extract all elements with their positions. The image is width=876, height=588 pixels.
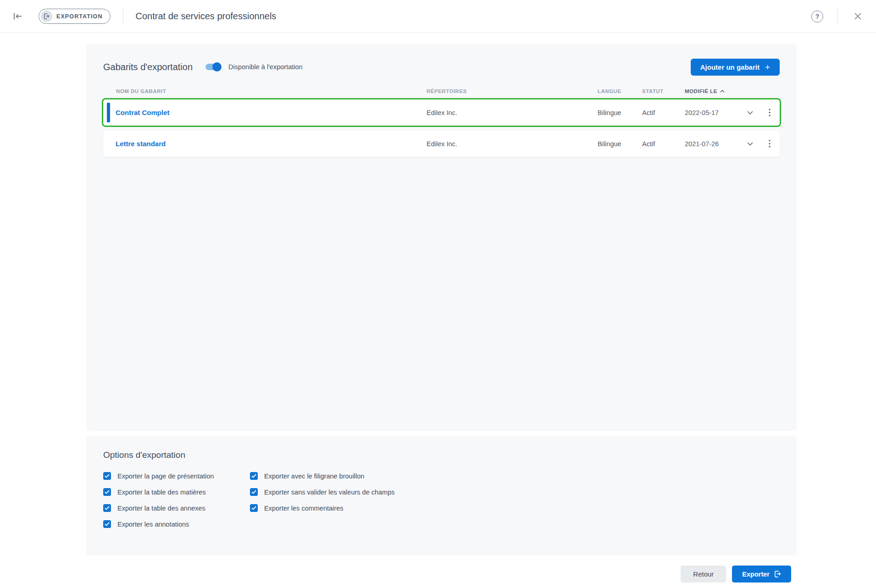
plus-icon: + [765, 63, 770, 71]
option-commentaires[interactable]: Exporter les commentaires [250, 503, 780, 513]
option-label: Exporter les annotations [117, 521, 189, 528]
options-column-right: Exporter avec le filigrane brouillon Exp… [250, 471, 780, 513]
column-header-langue[interactable]: LANGUE [598, 88, 642, 94]
column-header-modifie-le[interactable]: MODIFIÉ LE [685, 88, 741, 94]
collapse-left-icon[interactable] [11, 10, 24, 23]
export-templates-panel: Gabarits d'exportation Disponible à l'ex… [86, 44, 797, 431]
template-name-link[interactable]: Contrat Complet [103, 109, 427, 116]
export-options-panel: Options d'exportation Exporter la page d… [86, 436, 797, 555]
option-label: Exporter la page de présentation [117, 473, 214, 480]
toggle-label: Disponible à l'exportation [228, 63, 303, 71]
kebab-menu-icon[interactable] [759, 99, 780, 126]
template-langue: Bilingue [598, 140, 642, 148]
option-label: Exporter avec le filigrane brouillon [264, 473, 364, 480]
column-header-statut[interactable]: STATUT [642, 88, 685, 94]
templates-table-header: NOM DU GABARIT RÉPERTOIRES LANGUE STATUT… [103, 88, 780, 99]
template-name-link[interactable]: Lettre standard [103, 140, 427, 148]
option-table-matieres[interactable]: Exporter la table des matières [103, 487, 250, 497]
option-annotations[interactable]: Exporter les annotations [103, 519, 250, 529]
template-repertoire: Edilex Inc. [427, 140, 598, 148]
table-row-lettre-standard[interactable]: Lettre standard Edilex Inc. Bilingue Act… [103, 131, 780, 157]
template-repertoire: Edilex Inc. [427, 109, 598, 116]
checkbox-icon[interactable] [250, 504, 258, 512]
templates-table-body: Contrat Complet Edilex Inc. Bilingue Act… [103, 99, 780, 157]
exportation-badge: EXPORTATION [39, 9, 111, 24]
badge-label: EXPORTATION [56, 13, 103, 20]
checkbox-icon[interactable] [250, 472, 258, 480]
option-page-presentation[interactable]: Exporter la page de présentation [103, 471, 250, 481]
checkbox-icon[interactable] [103, 520, 111, 528]
column-header-name[interactable]: NOM DU GABARIT [103, 88, 427, 94]
kebab-menu-icon[interactable] [759, 131, 780, 157]
option-label: Exporter la table des annexes [117, 505, 205, 512]
checkbox-icon[interactable] [103, 488, 111, 496]
topbar-divider [123, 8, 123, 25]
option-label: Exporter les commentaires [264, 505, 343, 512]
template-statut: Actif [642, 140, 685, 148]
modifie-le-label: MODIFIÉ LE [685, 88, 717, 94]
available-for-export-toggle[interactable] [205, 62, 222, 71]
footer-actions: Retour Exporter [0, 555, 876, 583]
help-icon[interactable]: ? [811, 11, 823, 22]
topbar-right-divider [837, 8, 837, 25]
add-template-label: Ajouter un gabarit [700, 63, 760, 71]
template-modifie-le: 2022-05-17 [685, 109, 741, 116]
options-column-left: Exporter la page de présentation Exporte… [103, 471, 250, 529]
export-badge-icon [41, 11, 52, 22]
close-icon[interactable] [851, 10, 864, 23]
export-button-label: Exporter [742, 571, 770, 578]
toggle-knob [212, 62, 222, 71]
sort-asc-icon [720, 90, 725, 93]
export-action-icon [774, 571, 781, 577]
chevron-down-icon[interactable] [741, 99, 759, 126]
checkbox-icon[interactable] [250, 488, 258, 496]
topbar: EXPORTATION Contrat de services professi… [0, 0, 876, 33]
chevron-down-icon[interactable] [741, 131, 759, 157]
option-label: Exporter sans valider les valeurs de cha… [264, 489, 395, 496]
options-panel-title: Options d'exportation [103, 450, 780, 460]
export-button[interactable]: Exporter [732, 566, 791, 583]
option-sans-valider-champs[interactable]: Exporter sans valider les valeurs de cha… [250, 487, 780, 497]
column-header-repertoires[interactable]: RÉPERTOIRES [427, 88, 598, 94]
template-modifie-le: 2021-07-26 [685, 140, 741, 148]
page-title: Contrat de services professionnels [136, 11, 277, 22]
template-statut: Actif [642, 109, 685, 116]
template-langue: Bilingue [598, 109, 642, 116]
checkbox-icon[interactable] [103, 472, 111, 480]
option-filigrane-brouillon[interactable]: Exporter avec le filigrane brouillon [250, 471, 780, 481]
table-row-contrat-complet[interactable]: Contrat Complet Edilex Inc. Bilingue Act… [103, 99, 780, 126]
checkbox-icon[interactable] [103, 504, 111, 512]
add-template-button[interactable]: Ajouter un gabarit + [691, 59, 780, 76]
option-table-annexes[interactable]: Exporter la table des annexes [103, 503, 250, 513]
option-label: Exporter la table des matières [117, 489, 206, 496]
back-button[interactable]: Retour [681, 566, 726, 583]
templates-panel-title: Gabarits d'exportation [103, 62, 193, 72]
